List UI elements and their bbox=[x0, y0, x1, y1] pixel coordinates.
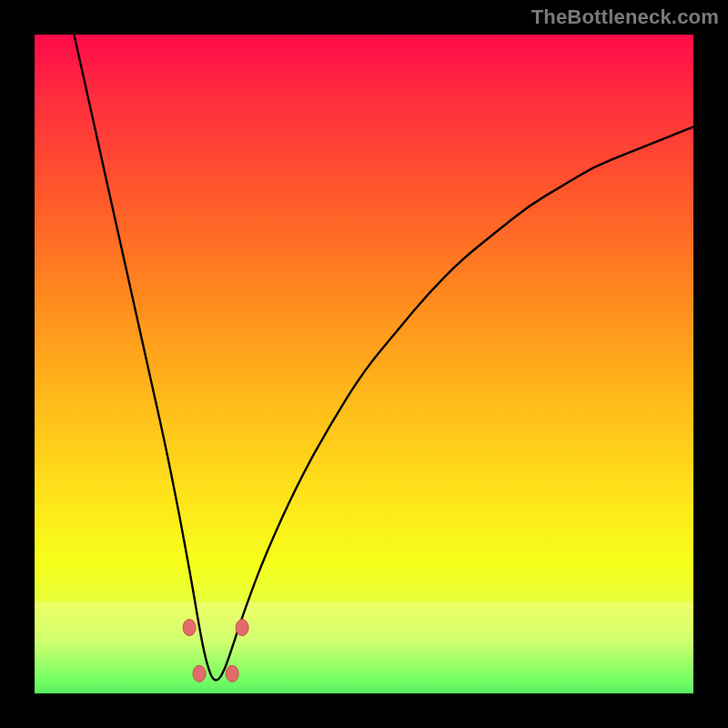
curve-marker bbox=[183, 620, 196, 636]
curve-layer bbox=[35, 35, 693, 693]
watermark-text: TheBottleneck.com bbox=[531, 5, 719, 29]
outer-frame: TheBottleneck.com bbox=[0, 0, 728, 728]
curve-marker bbox=[193, 665, 206, 682]
curve-marker bbox=[236, 620, 248, 636]
plot-area bbox=[35, 35, 693, 693]
bottleneck-curve bbox=[74, 35, 693, 681]
curve-marker bbox=[226, 665, 238, 682]
